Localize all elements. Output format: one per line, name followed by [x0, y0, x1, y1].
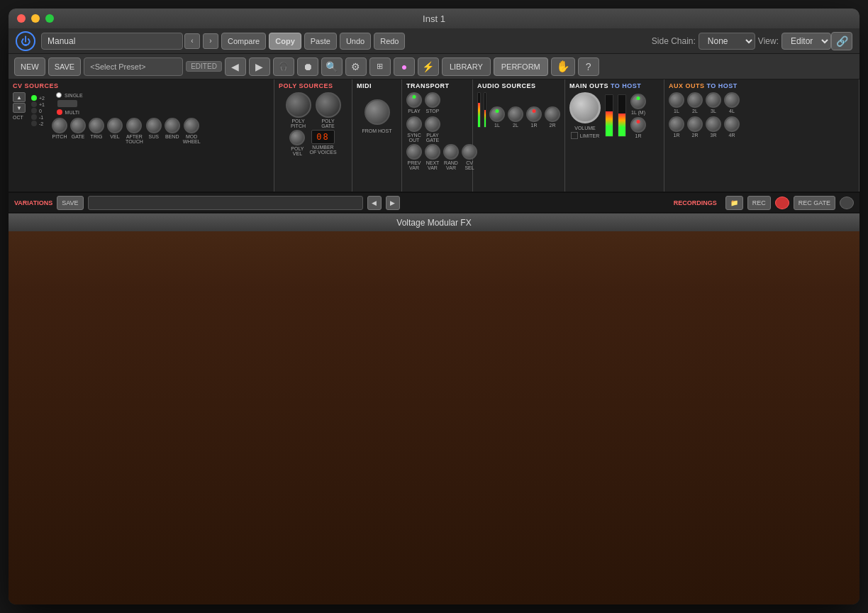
- rec-gate-button[interactable]: REC GATE: [794, 196, 835, 210]
- sus-knob[interactable]: [146, 118, 162, 133]
- prev-var-knob[interactable]: [406, 144, 422, 160]
- mod-wheel-label: MODWHEEL: [183, 134, 201, 144]
- led-plus1: [31, 101, 37, 107]
- paste-button[interactable]: Paste: [304, 33, 337, 50]
- grid-button[interactable]: ⊞: [369, 57, 391, 76]
- save-button[interactable]: SAVE: [48, 57, 82, 76]
- link-button[interactable]: 🔗: [831, 32, 852, 50]
- sidechain-dropdown[interactable]: None: [699, 33, 755, 50]
- aux-3l-knob[interactable]: [706, 92, 721, 108]
- variations-bar: VARIATIONS SAVE ◀ ▶ RECORDINGS 📁 REC REC…: [9, 193, 859, 213]
- led-plus2: [31, 95, 37, 101]
- back-button[interactable]: ‹: [184, 33, 200, 49]
- minimize-button[interactable]: [31, 14, 40, 23]
- view-dropdown[interactable]: Editor: [781, 33, 831, 50]
- aux-outs-section: AUX OUTS to host 1L 2L 3L: [664, 79, 859, 192]
- next-variation-button[interactable]: ▶: [386, 196, 400, 210]
- audio-1l-knob[interactable]: [489, 106, 505, 122]
- audio-2l-knob[interactable]: [508, 106, 523, 122]
- variations-input[interactable]: [88, 196, 363, 210]
- gate-knob[interactable]: [70, 118, 86, 133]
- rec-gate-circle[interactable]: [840, 197, 854, 209]
- midi-title: MIDI: [357, 82, 397, 89]
- aftertouch-label: AFTERTOUCH: [126, 134, 143, 144]
- library-button[interactable]: LIBRARY: [442, 57, 491, 76]
- rand-var-knob[interactable]: [443, 144, 459, 160]
- poly-pitch-knob[interactable]: [286, 92, 311, 118]
- compare-button[interactable]: Compare: [221, 33, 266, 50]
- help-button[interactable]: ?: [578, 57, 599, 76]
- gate-knob-group: GATE: [70, 118, 86, 144]
- vu-meter-1l: [477, 92, 481, 128]
- gear-button[interactable]: ⚙: [345, 57, 367, 76]
- aux-4l-knob[interactable]: [724, 92, 740, 108]
- vel-knob[interactable]: [107, 118, 123, 133]
- power-button[interactable]: ⏻: [16, 31, 35, 51]
- aux-2r-knob[interactable]: [687, 116, 703, 132]
- aux-outs-title: AUX OUTS to host: [669, 82, 855, 89]
- close-button[interactable]: [17, 14, 26, 23]
- limiter-checkbox[interactable]: [571, 132, 578, 139]
- headphones-button[interactable]: 🎧: [273, 57, 294, 76]
- variations-save-button[interactable]: SAVE: [57, 196, 83, 210]
- stop-knob[interactable]: [425, 92, 440, 108]
- forward-button[interactable]: ›: [203, 33, 218, 49]
- pitch-label: PITCH: [52, 134, 67, 139]
- search-button[interactable]: 🔍: [321, 57, 343, 76]
- lightning-button[interactable]: ⚡: [418, 57, 439, 76]
- new-button[interactable]: NEW: [14, 57, 45, 76]
- next-preset-button[interactable]: ▶: [249, 57, 270, 76]
- main-1r-knob[interactable]: [630, 117, 646, 133]
- volume-knob[interactable]: [569, 92, 601, 123]
- single-label: SINGLE: [65, 93, 83, 98]
- power-icon: ⏻: [21, 35, 30, 47]
- trig-knob[interactable]: [89, 118, 104, 133]
- main-1lm-knob[interactable]: [630, 94, 646, 109]
- play-gate-knob[interactable]: [425, 116, 440, 132]
- gear-icon: ⚙: [351, 61, 360, 72]
- rec-circle-button[interactable]: [775, 197, 789, 209]
- copy-button[interactable]: Copy: [269, 33, 301, 50]
- bend-knob[interactable]: [165, 118, 180, 133]
- led-minus2: [31, 121, 37, 126]
- preset-dropdown[interactable]: Manual: [41, 33, 183, 50]
- aux-2l-knob[interactable]: [687, 92, 703, 108]
- record-button[interactable]: ⏺: [297, 57, 318, 76]
- play-knob[interactable]: [406, 92, 422, 108]
- oct-down-button[interactable]: ▼: [13, 103, 26, 113]
- midi-knob[interactable]: [365, 99, 390, 125]
- poly-vel-knob[interactable]: [289, 130, 305, 145]
- transport-title: TRANSPORT: [406, 82, 468, 89]
- aux-3r-knob[interactable]: [706, 116, 721, 132]
- volume-label: VOLUME: [574, 126, 596, 131]
- aux-4r-knob[interactable]: [724, 116, 740, 132]
- forward-icon: ›: [209, 37, 211, 45]
- trig-knob-group: TRIG: [89, 118, 104, 144]
- sync-out-knob[interactable]: [406, 116, 422, 132]
- pitch-knob[interactable]: [52, 118, 67, 133]
- cv-sel-knob[interactable]: [462, 144, 477, 160]
- pitch-bend-slider[interactable]: [57, 100, 77, 107]
- folder-button[interactable]: 📁: [725, 196, 743, 210]
- single-radio[interactable]: [56, 92, 62, 98]
- audio-sources-title: AUDIO SOURCES: [477, 82, 560, 89]
- vu-meter-1: [484, 92, 487, 128]
- redo-button[interactable]: Redo: [374, 33, 405, 50]
- aux-1r-knob[interactable]: [669, 116, 684, 132]
- poly-gate-knob[interactable]: [316, 92, 341, 118]
- audio-2r-knob[interactable]: [545, 106, 560, 122]
- aux-1l-knob[interactable]: [669, 92, 684, 108]
- rec-button[interactable]: REC: [747, 196, 771, 210]
- oct-up-button[interactable]: ▲: [13, 92, 26, 102]
- color-button[interactable]: ●: [394, 57, 415, 76]
- maximize-button[interactable]: [45, 14, 54, 23]
- prev-variation-button[interactable]: ◀: [367, 196, 382, 210]
- next-var-knob[interactable]: [425, 144, 440, 160]
- perform-button[interactable]: PERFORM: [494, 57, 548, 76]
- mod-wheel-knob[interactable]: [184, 118, 199, 133]
- audio-1r-knob[interactable]: [526, 106, 542, 122]
- hand-button[interactable]: ✋: [551, 57, 575, 76]
- aftertouch-knob[interactable]: [126, 118, 142, 133]
- undo-button[interactable]: Undo: [340, 33, 371, 50]
- prev-preset-button[interactable]: ◀: [225, 57, 246, 76]
